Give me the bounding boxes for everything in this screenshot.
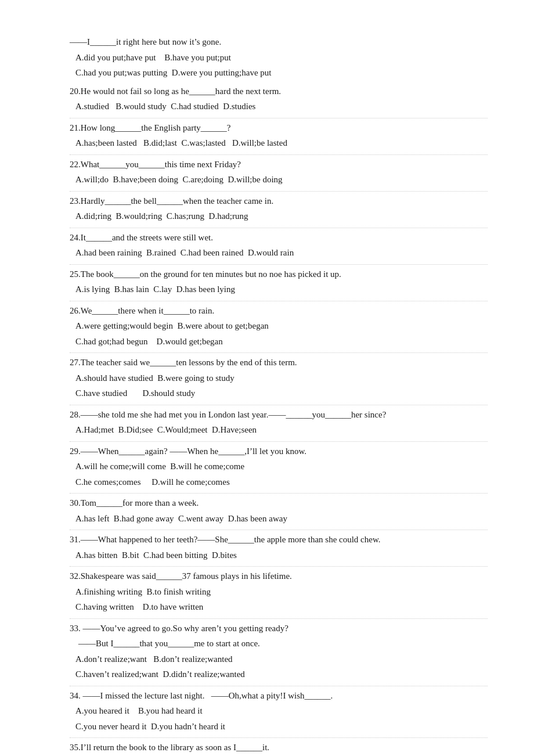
separator-32 (70, 618, 488, 619)
intro-options-a-b: A.did you put;have put B.have you put;pu… (70, 51, 488, 66)
question-options-34-1: C.you never heard it D.you hadn’t heard … (70, 719, 488, 735)
page-content: ——I______it right here but now it’s gone… (70, 35, 488, 756)
question-32: 32.Shakespeare was said______37 famous p… (70, 569, 488, 619)
question-text-30: 30.Tom______for more than a week. (70, 496, 488, 511)
separator-29 (70, 493, 488, 494)
question-31: 31.——What happened to her teeth?——She___… (70, 532, 488, 567)
question-options-24-0: A.had been raining B.rained C.had been r… (70, 246, 488, 261)
separator-34 (70, 737, 488, 738)
question-text-33: 33. ——You’ve agreed to go.So why aren’t … (70, 621, 488, 636)
question-text-35: 35.I’ll return the book to the library a… (70, 740, 488, 755)
separator-26 (70, 352, 488, 353)
question-26: 26.We______there when it______to rain.A.… (70, 304, 488, 354)
question-options-32-0: A.finishing writing B.to finish writing (70, 585, 488, 600)
question-text-23: 23.Hardly______the bell______when the te… (70, 194, 488, 209)
question-29: 29.——When______again? ——When he______,I’… (70, 444, 488, 494)
question-options-20-0: A.studied B.would study C.had studied D.… (70, 99, 488, 114)
intro-line: ——I______it right here but now it’s gone… (70, 35, 488, 50)
question-options-21-0: A.has;been lasted B.did;last C.was;laste… (70, 136, 488, 151)
question-options-31-0: A.has bitten B.bit C.had been bitting D.… (70, 548, 488, 563)
question-text-27: 27.The teacher said we______ten lessons … (70, 355, 488, 370)
separator-25 (70, 301, 488, 301)
separator-33 (70, 686, 488, 686)
question-options-27-1: C.have studied D.should study (70, 386, 488, 401)
question-options-34-0: A.you heared it B.you had heard it (70, 704, 488, 719)
question-options-32-1: C.having written D.to have written (70, 600, 488, 615)
separator-27 (70, 405, 488, 405)
separator-28 (70, 441, 488, 442)
question-options-26-1: C.had got;had begun D.would get;began (70, 334, 488, 350)
question-options-25-0: A.is lying B.has lain C.lay D.has been l… (70, 282, 488, 297)
question-21: 21.How long______the English party______… (70, 121, 488, 155)
separator-23 (70, 228, 488, 228)
question-options-30-0: A.has left B.had gone away C.went away D… (70, 512, 488, 527)
separator-20 (70, 118, 488, 118)
question-text-24: 24.It______and the streets were still we… (70, 231, 488, 246)
question-text-21: 21.How long______the English party______… (70, 121, 488, 136)
question-33: 33. ——You’ve agreed to go.So why aren’t … (70, 621, 488, 686)
question-text-28: 28.——she told me she had met you in Lond… (70, 408, 488, 423)
question-options-27-0: A.should have studied B.were going to st… (70, 371, 488, 386)
question-text-25: 25.The book______on the ground for ten m… (70, 267, 488, 282)
question-35: 35.I’ll return the book to the library a… (70, 740, 488, 756)
question-22: 22.What______you______this time next Fri… (70, 157, 488, 192)
question-23: 23.Hardly______the bell______when the te… (70, 194, 488, 228)
separator-31 (70, 566, 488, 567)
question-20: 20.He would not fail so long as he______… (70, 84, 488, 118)
question-options-33-1: C.haven’t realized;want D.didn’t realize… (70, 667, 488, 682)
question-options-33-0: A.don’t realize;want B.don’t realize;wan… (70, 652, 488, 667)
question-27: 27.The teacher said we______ten lessons … (70, 355, 488, 405)
question-text-29: 29.——When______again? ——When he______,I’… (70, 444, 488, 459)
question-text-34: 34. ——I missed the lecture last night. —… (70, 689, 488, 704)
question-text-32: 32.Shakespeare was said______37 famous p… (70, 569, 488, 584)
question-text-26: 26.We______there when it______to rain. (70, 304, 488, 319)
question-options-29-1: C.he comes;comes D.will he come;comes (70, 475, 488, 490)
separator-24 (70, 264, 488, 265)
intro-block: ——I______it right here but now it’s gone… (70, 35, 488, 81)
question-options-26-0: A.were getting;would begin B.were about … (70, 319, 488, 334)
question-text-22: 22.What______you______this time next Fri… (70, 157, 488, 172)
question-options-29-0: A.will he come;will come B.will he come;… (70, 459, 488, 474)
question-options-28-0: A.Had;met B.Did;see C.Would;meet D.Have;… (70, 423, 488, 438)
question-30: 30.Tom______for more than a week.A.has l… (70, 496, 488, 530)
question-text-31: 31.——What happened to her teeth?——She___… (70, 532, 488, 548)
question-options-22-0: A.will;do B.have;been doing C.are;doing … (70, 172, 488, 188)
separator-30 (70, 530, 488, 530)
question-34: 34. ——I missed the lecture last night. —… (70, 689, 488, 739)
question-subtext-33: ——But I______that you______me to start a… (70, 636, 488, 651)
separator-22 (70, 191, 488, 192)
intro-options-c-d: C.had you put;was putting D.were you put… (70, 66, 488, 81)
question-text-20: 20.He would not fail so long as he______… (70, 84, 488, 99)
question-options-23-0: A.did;ring B.would;ring C.has;rung D.had… (70, 209, 488, 224)
question-28: 28.——she told me she had met you in Lond… (70, 408, 488, 442)
question-24: 24.It______and the streets were still we… (70, 231, 488, 265)
separator-21 (70, 154, 488, 155)
questions-container: 20.He would not fail so long as he______… (70, 84, 488, 757)
question-25: 25.The book______on the ground for ten m… (70, 267, 488, 301)
